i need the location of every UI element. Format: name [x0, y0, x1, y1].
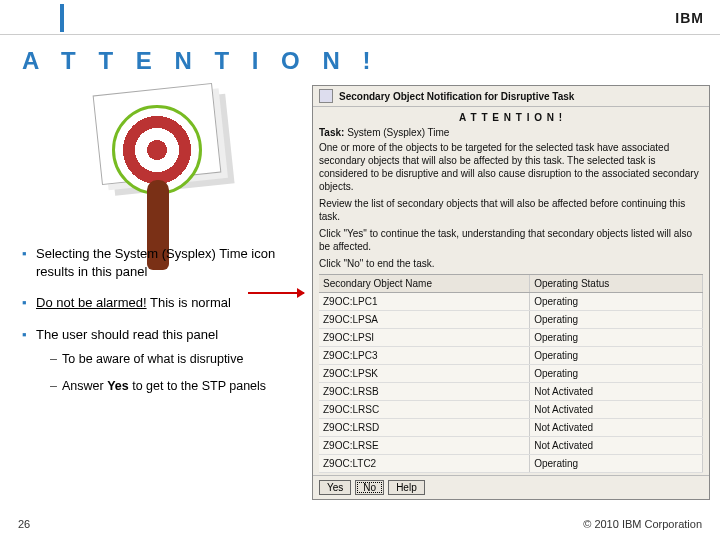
dialog-para-1: One or more of the objects to be targete…	[319, 141, 703, 193]
table-row: Z9OC:LPSAOperating	[319, 311, 703, 329]
bullet-2-rest: This is normal	[147, 295, 231, 310]
task-value: System (Sysplex) Time	[347, 127, 449, 138]
cell-status: Operating	[530, 293, 703, 310]
table-row: Z9OC:LRSDNot Activated	[319, 419, 703, 437]
table-row: Z9OC:LPSIOperating	[319, 329, 703, 347]
yes-button[interactable]: Yes	[319, 480, 351, 495]
table-body: Z9OC:LPC1OperatingZ9OC:LPSAOperatingZ9OC…	[319, 293, 703, 473]
dialog-para-3: Click "Yes" to continue the task, unders…	[319, 227, 703, 253]
copyright: © 2010 IBM Corporation	[583, 518, 702, 530]
cell-status: Not Activated	[530, 419, 703, 436]
ibm-logo: IBM	[675, 10, 704, 26]
cell-name: Z9OC:LRSE	[319, 437, 530, 454]
rule	[0, 34, 720, 35]
sub-2a: Answer	[62, 379, 107, 393]
table-header: Secondary Object Name Operating Status	[319, 275, 703, 293]
table-row: Z9OC:LPC3Operating	[319, 347, 703, 365]
object-table: Secondary Object Name Operating Status Z…	[319, 274, 703, 473]
table-row: Z9OC:LRSBNot Activated	[319, 383, 703, 401]
cell-name: Z9OC:LRSD	[319, 419, 530, 436]
dialog-titlebar: Secondary Object Notification for Disrup…	[313, 86, 709, 107]
dialog-icon	[319, 89, 333, 103]
table-row: Z9OC:LPC1Operating	[319, 293, 703, 311]
bullet-1: Selecting the System (Sysplex) Time icon…	[22, 245, 302, 280]
bullet-3-text: The user should read this panel	[36, 327, 218, 342]
table-row: Z9OC:LRSCNot Activated	[319, 401, 703, 419]
dialog-attention: A T T E N T I O N !	[319, 111, 703, 124]
cell-status: Operating	[530, 329, 703, 346]
slide-title: A T T E N T I O N !	[0, 43, 720, 85]
cell-name: Z9OC:LPSK	[319, 365, 530, 382]
dialog-para-2: Review the list of secondary objects tha…	[319, 197, 703, 223]
dialog-title-text: Secondary Object Notification for Disrup…	[339, 91, 574, 102]
top-bar: IBM	[0, 0, 720, 32]
footer: 26 © 2010 IBM Corporation	[0, 518, 720, 530]
cell-status: Not Activated	[530, 401, 703, 418]
no-button[interactable]: No	[355, 480, 384, 495]
cell-name: Z9OC:LPC3	[319, 347, 530, 364]
dialog-body: A T T E N T I O N ! Task: System (Sysple…	[313, 107, 709, 475]
sub-2b: Yes	[107, 379, 129, 393]
arrow-icon	[248, 292, 304, 294]
cell-status: Not Activated	[530, 383, 703, 400]
cell-status: Operating	[530, 311, 703, 328]
cell-name: Z9OC:LPC1	[319, 293, 530, 310]
sub-1: To be aware of what is disruptive	[50, 351, 302, 368]
cell-name: Z9OC:LPSI	[319, 329, 530, 346]
dialog-panel: Secondary Object Notification for Disrup…	[312, 85, 710, 500]
cell-name: Z9OC:LRSB	[319, 383, 530, 400]
table-row: Z9OC:LPSKOperating	[319, 365, 703, 383]
bullet-list: Selecting the System (Sysplex) Time icon…	[22, 245, 302, 395]
cell-status: Not Activated	[530, 437, 703, 454]
dialog-para-4: Click "No" to end the task.	[319, 257, 703, 270]
button-row: Yes No Help	[313, 475, 709, 499]
illustration	[77, 85, 247, 235]
cell-status: Operating	[530, 365, 703, 382]
help-button[interactable]: Help	[388, 480, 425, 495]
task-label: Task:	[319, 127, 344, 138]
bullet-2: Do not be alarmed! This is normal	[22, 294, 302, 312]
task-line: Task: System (Sysplex) Time	[319, 126, 703, 139]
bullet-3: The user should read this panel To be aw…	[22, 326, 302, 395]
page-number: 26	[18, 518, 30, 530]
cell-status: Operating	[530, 455, 703, 472]
sub-2: Answer Yes to get to the STP panels	[50, 378, 302, 395]
cell-name: Z9OC:LPSA	[319, 311, 530, 328]
table-row: Z9OC:LRSENot Activated	[319, 437, 703, 455]
col-name: Secondary Object Name	[319, 275, 530, 292]
cell-name: Z9OC:LTC2	[319, 455, 530, 472]
table-row: Z9OC:LTC2Operating	[319, 455, 703, 473]
cell-status: Operating	[530, 347, 703, 364]
cell-name: Z9OC:LRSC	[319, 401, 530, 418]
accent-bar	[60, 4, 64, 32]
sub-2c: to get to the STP panels	[129, 379, 266, 393]
col-status: Operating Status	[530, 275, 703, 292]
bullet-2-emph: Do not be alarmed!	[36, 295, 147, 310]
